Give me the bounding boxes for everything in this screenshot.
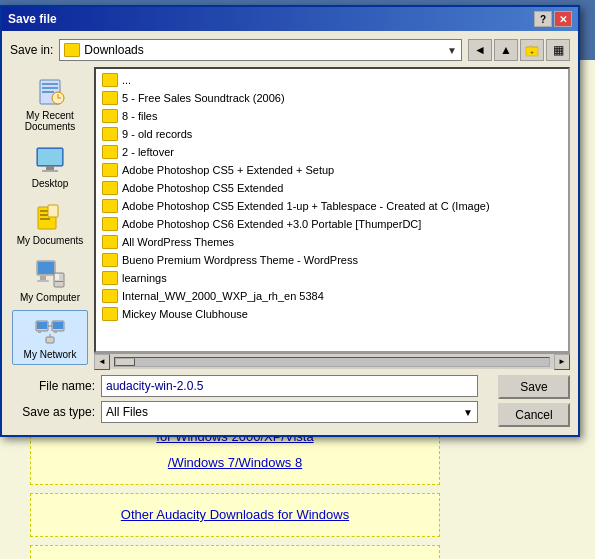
dialog-body: Save in: Downloads ▼ ◄ ▲ + ▦ <box>2 31 578 435</box>
save-in-row: Save in: Downloads ▼ ◄ ▲ + ▦ <box>10 39 570 61</box>
dialog-title: Save file <box>8 12 57 26</box>
list-item[interactable]: All WordPress Themes <box>98 233 566 251</box>
bg-link-box-3[interactable]: All Audacity Downloads <box>30 545 440 559</box>
list-item[interactable]: 8 - files <box>98 107 566 125</box>
scroll-left-button[interactable]: ◄ <box>94 354 110 370</box>
sidebar-label-recent: My RecentDocuments <box>25 110 76 132</box>
recent-documents-icon <box>34 76 66 108</box>
list-item[interactable]: 2 - leftover <box>98 143 566 161</box>
svg-rect-24 <box>55 281 63 282</box>
svg-rect-26 <box>37 322 47 329</box>
new-folder-icon: + <box>525 43 539 57</box>
titlebar-buttons: ? ✕ <box>534 11 572 27</box>
sidebar-item-recent[interactable]: My RecentDocuments <box>12 71 88 137</box>
save-in-dropdown[interactable]: Downloads ▼ <box>59 39 462 61</box>
sidebar: My RecentDocuments Desktop <box>10 67 90 369</box>
list-item[interactable]: Internal_WW_2000_WXP_ja_rh_en 5384 <box>98 287 566 305</box>
folder-icon <box>102 163 118 177</box>
list-item[interactable]: Adobe Photoshop CS6 Extended +3.0 Portab… <box>98 215 566 233</box>
svg-text:+: + <box>530 49 534 55</box>
form-fields: File name: Save as type: All Files ▼ <box>10 375 490 427</box>
svg-rect-19 <box>38 262 54 274</box>
list-item[interactable]: Adobe Photoshop CS5 Extended 1-up + Tabl… <box>98 197 566 215</box>
folder-icon <box>102 73 118 87</box>
folder-icon <box>64 43 80 57</box>
content-area: My RecentDocuments Desktop <box>10 67 570 369</box>
help-button[interactable]: ? <box>534 11 552 27</box>
back-button[interactable]: ◄ <box>468 39 492 61</box>
dropdown-arrow-icon: ▼ <box>463 407 473 418</box>
file-name-input[interactable] <box>101 375 478 397</box>
dialog-titlebar: Save file ? ✕ <box>2 7 578 31</box>
view-button[interactable]: ▦ <box>546 39 570 61</box>
save-as-type-dropdown[interactable]: All Files ▼ <box>101 401 478 423</box>
folder-icon <box>102 289 118 303</box>
list-item[interactable]: ... <box>98 71 566 89</box>
svg-rect-29 <box>53 322 63 329</box>
file-list-container[interactable]: ... 5 - Free Sales Soundtrack (2006) 8 -… <box>94 67 570 353</box>
list-item[interactable]: learnings <box>98 269 566 287</box>
svg-rect-17 <box>48 205 58 217</box>
svg-rect-16 <box>40 218 50 220</box>
folder-icon <box>102 199 118 213</box>
scrollbar-thumb[interactable] <box>115 358 135 366</box>
svg-rect-23 <box>55 274 59 280</box>
svg-rect-11 <box>46 166 54 170</box>
horizontal-scrollbar[interactable]: ◄ ► <box>94 353 570 369</box>
action-buttons: Save Cancel <box>498 375 570 427</box>
save-file-dialog: Save file ? ✕ Save in: Downloads ▼ ◄ ▲ <box>0 5 580 437</box>
sidebar-label-computer: My Computer <box>20 292 80 303</box>
svg-rect-32 <box>46 337 54 343</box>
desktop-icon <box>34 144 66 176</box>
scroll-right-button[interactable]: ► <box>554 354 570 370</box>
folder-icon <box>102 307 118 321</box>
save-in-value: Downloads <box>84 43 443 57</box>
folder-icon <box>102 235 118 249</box>
folder-icon <box>102 181 118 195</box>
folder-icon <box>102 127 118 141</box>
list-item[interactable]: Mickey Mouse Clubhouse <box>98 305 566 323</box>
new-folder-button[interactable]: + <box>520 39 544 61</box>
form-section: File name: Save as type: All Files ▼ Sav… <box>10 375 570 427</box>
sidebar-item-computer[interactable]: My Computer <box>12 253 88 308</box>
sidebar-item-network[interactable]: My Network <box>12 310 88 365</box>
svg-rect-4 <box>42 87 58 89</box>
scrollbar-track[interactable] <box>114 357 550 367</box>
svg-rect-3 <box>42 83 58 85</box>
folder-icon <box>102 253 118 267</box>
cancel-button[interactable]: Cancel <box>498 403 570 427</box>
sidebar-item-documents[interactable]: My Documents <box>12 196 88 251</box>
folder-icon <box>102 217 118 231</box>
save-in-label: Save in: <box>10 43 53 57</box>
sidebar-label-network: My Network <box>24 349 77 360</box>
close-button[interactable]: ✕ <box>554 11 572 27</box>
file-list-wrapper: ... 5 - Free Sales Soundtrack (2006) 8 -… <box>94 67 570 369</box>
folder-icon <box>102 145 118 159</box>
save-as-type-value: All Files <box>106 405 148 419</box>
svg-rect-21 <box>37 280 49 282</box>
list-item[interactable]: Adobe Photoshop CS5 + Extended + Setup <box>98 161 566 179</box>
folder-icon <box>102 271 118 285</box>
list-item[interactable]: Bueno Premium Wordpress Theme - WordPres… <box>98 251 566 269</box>
bg-link-other[interactable]: Other Audacity Downloads for Windows <box>121 507 349 522</box>
sidebar-label-desktop: Desktop <box>32 178 69 189</box>
bg-link-box-2[interactable]: Other Audacity Downloads for Windows <box>30 493 440 537</box>
list-item[interactable]: Adobe Photoshop CS5 Extended <box>98 179 566 197</box>
my-documents-icon <box>34 201 66 233</box>
toolbar-buttons: ◄ ▲ + ▦ <box>468 39 570 61</box>
svg-rect-20 <box>40 276 46 280</box>
bg-link-windows-7[interactable]: /Windows 7/Windows 8 <box>168 455 302 470</box>
sidebar-item-desktop[interactable]: Desktop <box>12 139 88 194</box>
file-name-label: File name: <box>10 379 95 393</box>
svg-rect-10 <box>38 149 62 165</box>
save-button[interactable]: Save <box>498 375 570 399</box>
my-network-icon <box>34 315 66 347</box>
svg-rect-30 <box>54 330 57 333</box>
list-item[interactable]: 9 - old records <box>98 125 566 143</box>
svg-rect-12 <box>42 170 58 172</box>
my-computer-icon <box>34 258 66 290</box>
save-as-type-label: Save as type: <box>10 405 95 419</box>
save-as-type-row: Save as type: All Files ▼ <box>10 401 490 423</box>
up-button[interactable]: ▲ <box>494 39 518 61</box>
list-item[interactable]: 5 - Free Sales Soundtrack (2006) <box>98 89 566 107</box>
